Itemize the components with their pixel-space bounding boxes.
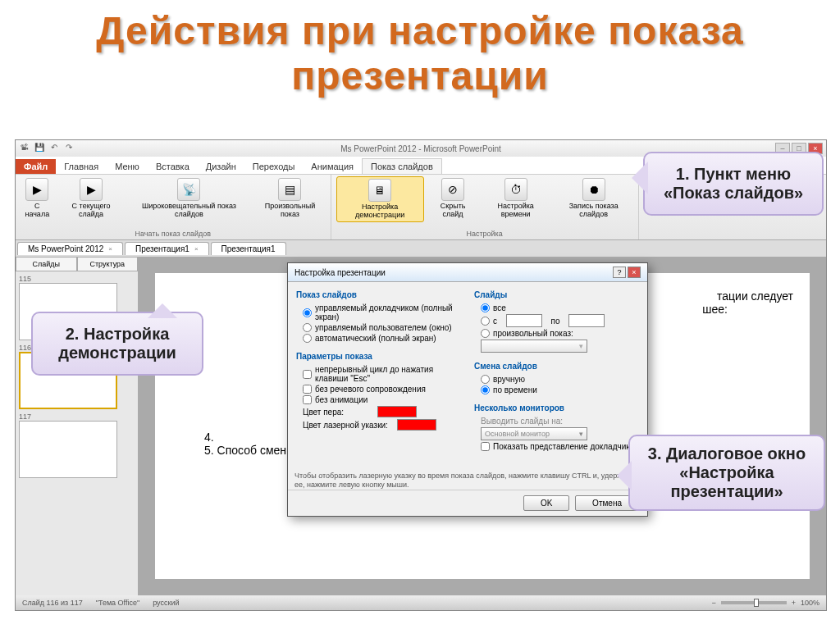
laser-color-picker[interactable] — [397, 419, 436, 431]
setup-slideshow-button[interactable]: 🖥Настройка демонстрации — [336, 176, 424, 222]
monitor-label: Выводить слайды на: — [481, 417, 563, 426]
status-theme: "Тема Office" — [96, 599, 139, 607]
slides-panel: Слайды Структура 115 116 117 — [16, 257, 139, 595]
dialog-titlebar: Настройка презентации ? × — [288, 263, 647, 282]
from-current-button[interactable]: ▶С текущего слайда — [59, 176, 124, 221]
callout-3: 3. Диалоговое окно «Настройка презентаци… — [628, 435, 825, 511]
status-language: русский — [153, 599, 179, 607]
tab-menu[interactable]: Меню — [107, 159, 148, 174]
sidetab-outline[interactable]: Структура — [77, 257, 139, 271]
pen-color-picker[interactable] — [377, 406, 417, 417]
group-show-type: Показ слайдов — [296, 290, 461, 299]
redo-icon[interactable]: ↷ — [63, 143, 75, 154]
ok-button[interactable]: OK — [523, 495, 569, 511]
group-monitors: Несколько мониторов — [474, 403, 639, 412]
help-icon[interactable]: ? — [613, 267, 626, 278]
close-icon[interactable]: × — [194, 245, 199, 253]
check-no-animation[interactable]: без анимации — [296, 394, 461, 405]
status-slide-count: Слайд 116 из 117 — [22, 599, 83, 607]
zoom-in-icon[interactable]: + — [792, 599, 796, 607]
broadcast-button[interactable]: 📡Широковещательный показ слайдов — [129, 176, 250, 221]
zoom-percent: 100% — [801, 599, 819, 607]
from-spinner[interactable] — [506, 314, 542, 327]
rehearse-timings-button[interactable]: ⏱Настройка времени — [482, 176, 550, 222]
tab-home[interactable]: Главная — [56, 159, 107, 174]
radio-presenter[interactable]: управляемый докладчиком (полный экран) — [296, 303, 461, 322]
radio-by-time[interactable]: по времени — [474, 385, 639, 395]
save-icon[interactable]: 💾 — [34, 143, 45, 154]
laser-color-label: Цвет лазерной указки: — [303, 421, 388, 430]
check-no-narration[interactable]: без речевого сопровождения — [296, 384, 461, 394]
window-title-text: Ms PowerPoint 2012 - Microsoft PowerPoin… — [340, 144, 501, 153]
doctab-2[interactable]: Презентация1× — [125, 242, 209, 255]
radio-all-slides[interactable]: все — [474, 303, 639, 313]
ribbon-group-start: Начать показ слайдов — [21, 230, 326, 238]
zoom-slider[interactable] — [721, 601, 787, 604]
monitor-dropdown[interactable]: Основной монитор▾ — [481, 427, 587, 440]
ribbon-group-setup: Настройка — [336, 230, 633, 238]
pen-color-label: Цвет пера: — [303, 408, 344, 417]
from-beginning-button[interactable]: ▶С начала — [21, 176, 54, 221]
close-icon[interactable]: × — [108, 245, 112, 253]
radio-browsed-user[interactable]: управляемый пользователем (окно) — [296, 322, 461, 333]
tab-design[interactable]: Дизайн — [198, 159, 244, 174]
custom-show-button[interactable]: ▤Произвольный показ — [254, 176, 325, 221]
setup-dialog: Настройка презентации ? × Показ слайдов … — [287, 262, 648, 517]
quick-access-toolbar: 📽 💾 ↶ ↷ — [19, 143, 75, 154]
radio-custom-show[interactable]: произвольный показ: — [474, 328, 639, 339]
dialog-close-button[interactable]: × — [628, 267, 641, 278]
callout-2: 2. Настройка демонстрации — [31, 312, 203, 376]
undo-icon[interactable]: ↶ — [48, 143, 60, 154]
sidetab-slides[interactable]: Слайды — [16, 257, 77, 271]
thumb-117[interactable]: 117 — [19, 412, 135, 478]
radio-range-slides[interactable]: с по — [474, 313, 639, 328]
radio-kiosk[interactable]: автоматический (полный экран) — [296, 333, 461, 344]
laser-hint: Чтобы отобразить лазерную указку во врем… — [288, 468, 647, 490]
group-advance: Смена слайдов — [474, 362, 639, 371]
doctab-3[interactable]: Презентация1 — [211, 242, 286, 255]
status-bar: Слайд 116 из 117 "Тема Office" русский −… — [16, 595, 826, 610]
radio-manual[interactable]: вручную — [474, 374, 639, 385]
group-slides: Слайды — [474, 290, 639, 299]
doctab-1[interactable]: Ms PowerPoint 2012× — [17, 242, 123, 255]
custom-show-dropdown[interactable]: ▾ — [481, 340, 587, 353]
document-tabs: Ms PowerPoint 2012× Презентация1× Презен… — [16, 240, 826, 257]
tab-file[interactable]: Файл — [16, 159, 56, 174]
chevron-down-icon: ▾ — [579, 430, 583, 438]
to-spinner[interactable] — [568, 314, 605, 327]
check-presenter-view[interactable]: Показать представление докладчика — [474, 441, 639, 452]
chevron-down-icon: ▾ — [579, 342, 583, 350]
dialog-title-text: Настройка презентации — [294, 268, 386, 277]
tab-insert[interactable]: Вставка — [148, 159, 198, 174]
zoom-out-icon[interactable]: − — [711, 599, 715, 607]
app-icon: 📽 — [19, 143, 30, 154]
group-show-options: Параметры показа — [296, 352, 461, 361]
check-loop-esc[interactable]: непрерывный цикл до нажатия клавиши "Esc… — [296, 364, 461, 384]
tab-transitions[interactable]: Переходы — [244, 159, 304, 174]
hide-slide-button[interactable]: ⊘Скрыть слайд — [429, 176, 477, 222]
callout-1: 1. Пункт меню «Показ слайдов» — [643, 152, 824, 216]
page-title: Действия при настройке показа презентаци… — [0, 0, 840, 115]
tab-animation[interactable]: Анимация — [303, 159, 362, 174]
tab-slideshow[interactable]: Показ слайдов — [362, 158, 442, 174]
